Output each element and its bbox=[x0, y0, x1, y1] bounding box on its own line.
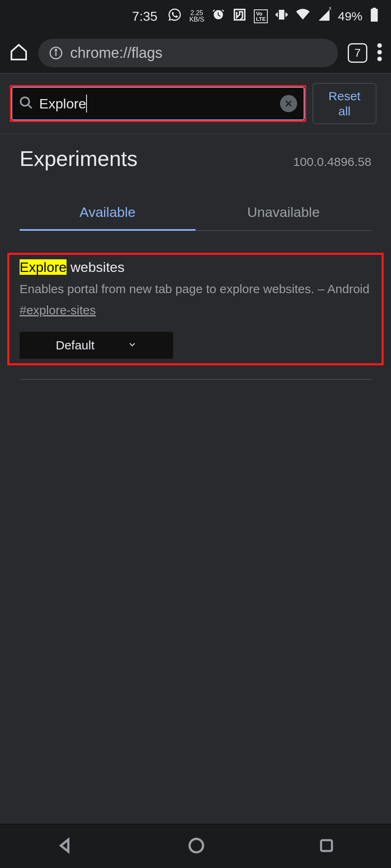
tab-switcher-button[interactable]: 7 bbox=[348, 43, 367, 63]
nfc-icon bbox=[233, 8, 247, 25]
svg-point-4 bbox=[378, 50, 382, 54]
flag-description: Enables portal from new tab page to expl… bbox=[20, 281, 371, 298]
android-status-bar: 7:35 2.25 KB/S VoLTE x 49% bbox=[0, 0, 391, 33]
flags-content: Experiments 100.0.4896.58 Available Unav… bbox=[0, 134, 391, 868]
reset-all-button[interactable]: Reset all bbox=[313, 83, 376, 124]
svg-line-7 bbox=[28, 105, 32, 108]
battery-icon bbox=[370, 8, 379, 25]
whatsapp-icon bbox=[167, 7, 182, 25]
site-info-icon[interactable] bbox=[49, 46, 63, 60]
separator bbox=[20, 379, 371, 380]
chrome-version: 100.0.4896.58 bbox=[293, 155, 371, 169]
flag-item: Explore websites Enables portal from new… bbox=[20, 259, 371, 359]
flags-search-row: Explore Reset all bbox=[0, 73, 391, 134]
omnibox[interactable]: chrome://flags bbox=[38, 39, 338, 67]
menu-icon[interactable] bbox=[377, 43, 382, 63]
clear-search-button[interactable] bbox=[280, 95, 297, 112]
back-button[interactable] bbox=[56, 837, 74, 856]
alarm-icon bbox=[211, 8, 225, 25]
tab-available[interactable]: Available bbox=[20, 195, 196, 231]
network-speed-icon: 2.25 KB/S bbox=[189, 10, 204, 23]
volte-icon: VoLTE bbox=[254, 9, 268, 23]
tab-unavailable[interactable]: Unavailable bbox=[196, 195, 371, 230]
svg-marker-10 bbox=[61, 839, 68, 851]
page-title: Experiments bbox=[20, 146, 138, 171]
vibrate-icon bbox=[275, 8, 288, 24]
flag-state-select[interactable]: Default bbox=[20, 332, 173, 359]
flag-select-value: Default bbox=[56, 338, 94, 352]
cellular-icon: x bbox=[318, 9, 331, 24]
battery-percentage: 49% bbox=[338, 9, 362, 23]
android-nav-bar bbox=[0, 824, 391, 868]
flag-anchor-link[interactable]: #explore-sites bbox=[20, 303, 96, 317]
flags-tabs: Available Unavailable bbox=[20, 195, 371, 231]
svg-rect-12 bbox=[321, 840, 332, 851]
flag-title: Explore websites bbox=[20, 259, 371, 275]
flags-search-box[interactable]: Explore bbox=[11, 87, 304, 120]
search-input[interactable]: Explore bbox=[39, 95, 87, 113]
svg-point-5 bbox=[378, 57, 382, 61]
wifi-icon bbox=[295, 8, 310, 24]
svg-point-6 bbox=[21, 97, 29, 106]
svg-point-11 bbox=[189, 839, 203, 852]
status-time: 7:35 bbox=[132, 9, 158, 24]
svg-point-3 bbox=[378, 43, 382, 48]
svg-point-2 bbox=[55, 49, 56, 51]
search-icon bbox=[19, 95, 33, 112]
chevron-down-icon bbox=[127, 338, 137, 352]
home-button[interactable] bbox=[187, 837, 205, 856]
omnibox-url: chrome://flags bbox=[70, 44, 162, 62]
recents-button[interactable] bbox=[318, 837, 335, 855]
browser-toolbar: chrome://flags 7 bbox=[0, 33, 391, 73]
home-icon[interactable] bbox=[9, 42, 29, 64]
